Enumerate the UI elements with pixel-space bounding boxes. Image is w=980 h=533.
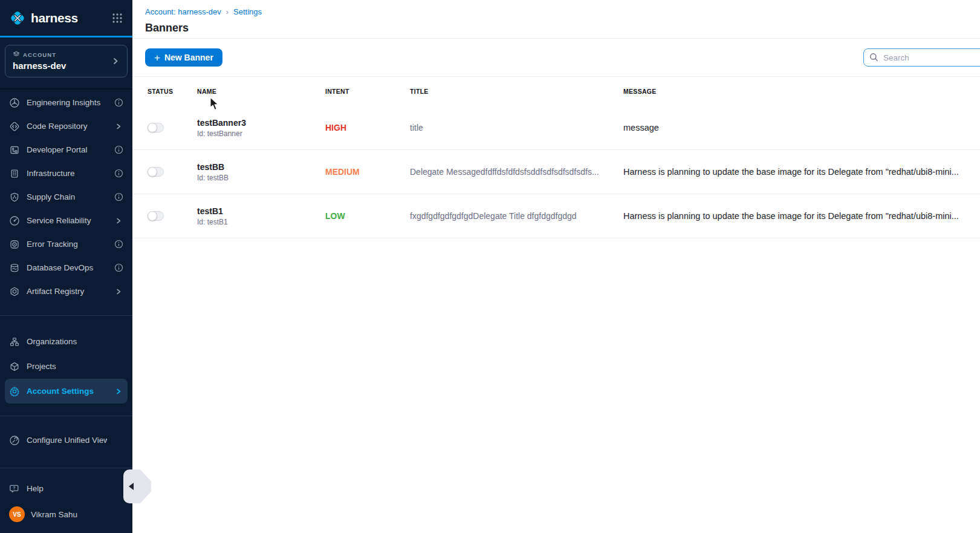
sidebar-item-label: Artifact Registry [27,287,107,296]
breadcrumb-account-link[interactable]: Account: harness-dev [145,7,221,16]
account-selector[interactable]: ACCOUNT harness-dev [5,45,128,77]
banner-intent: LOW [325,211,410,221]
sidebar-item-error-tracking[interactable]: Error Tracking [0,232,132,256]
banner-enabled-toggle[interactable] [148,123,164,132]
table-row[interactable]: testBB Id: testBB MEDIUM Delegate Messag… [132,150,980,194]
sidebar-item-infrastructure[interactable]: Infrastructure [0,162,132,185]
sidebar-item-label: Developer Portal [27,145,107,154]
banner-name: testBanner3 [197,118,325,128]
sidebar-item-label: Engineering Insights [27,98,107,107]
sidebar-item-service-reliability[interactable]: Service Reliability [0,209,132,232]
sidebar-item-label: Configure Unified View [27,436,107,445]
table-header: STATUS NAME INTENT TITLE MESSAGE [132,77,980,106]
brand-name: harness [31,11,111,25]
module-list: Engineering Insights Code Repository [0,90,132,303]
search-icon [869,53,878,62]
page-title: Banners [145,22,980,34]
sidebar-item-developer-portal[interactable]: Developer Portal [0,138,132,162]
banner-id: Id: testB1 [197,218,325,226]
user-profile[interactable]: VS Vikram Sahu [0,500,132,533]
info-icon[interactable] [114,192,123,202]
sidebar-item-engineering-insights[interactable]: Engineering Insights [0,91,132,114]
sidebar-item-supply-chain[interactable]: Supply Chain [0,185,132,209]
column-header-message: MESSAGE [623,88,968,95]
sidebar-item-account-settings[interactable]: Account Settings [5,379,128,404]
layers-icon [13,51,20,58]
user-name: Vikram Sahu [31,510,77,519]
toolbar: + New Banner [132,39,980,77]
new-banner-label: New Banner [164,53,213,62]
organizations-icon [9,336,20,347]
avatar: VS [9,506,25,522]
sidebar-divider [0,315,132,316]
banner-name: testB1 [197,206,325,216]
code-repository-icon [9,121,20,132]
column-header-intent: INTENT [325,88,410,95]
sidebar-item-organizations[interactable]: Organizations [0,329,132,354]
svg-text:?: ? [13,485,16,491]
info-icon[interactable] [114,98,123,108]
configure-view-icon [9,435,20,446]
brand-row: harness [0,0,132,38]
breadcrumb-settings-link[interactable]: Settings [233,7,262,16]
sidebar-item-artifact-registry[interactable]: Artifact Registry [0,280,132,303]
sidebar-item-database-devops[interactable]: Database DevOps [0,256,132,280]
sidebar: harness ACCOUNT [0,0,132,533]
developer-portal-icon [9,145,20,155]
sidebar-item-help[interactable]: ? Help [0,477,132,500]
chevron-right-icon [114,216,123,226]
info-icon[interactable] [114,240,123,249]
column-header-name: NAME [197,88,325,95]
banner-intent: HIGH [325,123,410,132]
banner-message: Harness is planning to update the base i… [623,211,968,221]
supply-chain-icon [9,192,20,203]
breadcrumb-separator-icon: › [226,7,229,16]
sidebar-item-label: Infrastructure [27,169,107,178]
sidebar-item-projects[interactable]: Projects [0,354,132,379]
plus-icon: + [154,53,160,63]
account-links: Organizations Projects [0,328,132,404]
engineering-insights-icon [9,97,20,108]
sidebar-divider [0,468,132,468]
banner-title: Delegate Messagedfdffdsfdfdsfsddfsdfsdfs… [410,167,623,177]
sidebar-item-code-repository[interactable]: Code Repository [0,114,132,138]
chevron-right-icon [114,287,123,296]
table-row[interactable]: testB1 Id: testB1 LOW fxgdfgdfgdfgdfgdDe… [132,194,980,238]
banner-intent: MEDIUM [325,167,410,177]
account-label: ACCOUNT [23,51,56,58]
new-banner-button[interactable]: + New Banner [145,48,222,67]
sidebar-item-label: Organizations [27,337,107,346]
table-row[interactable]: testBanner3 Id: testBanner HIGH title me… [132,106,980,150]
projects-icon [9,361,20,372]
sidebar-item-label: Account Settings [27,387,107,396]
chevron-right-icon [114,122,123,131]
banner-title: fxgdfgdfgdfgdfgdDelegate Title dfgfdgdfg… [410,211,623,221]
collapse-arrow-icon [129,483,134,490]
error-tracking-icon [9,239,20,250]
banner-name: testBB [197,162,325,172]
banner-id: Id: testBanner [197,129,325,138]
banner-enabled-toggle[interactable] [148,167,164,177]
sidebar-item-label: Error Tracking [27,240,107,249]
account-label-row: ACCOUNT [13,51,111,58]
page-header: Account: harness-dev › Settings Banners [132,0,980,39]
app-window: harness ACCOUNT [0,0,980,533]
banner-enabled-toggle[interactable] [148,211,164,221]
banner-message: message [623,123,968,132]
sidebar-item-label: Projects [27,362,107,371]
search-input[interactable] [863,48,980,67]
gear-icon [9,386,20,397]
info-icon[interactable] [114,145,123,155]
main-content: Account: harness-dev › Settings Banners … [132,0,980,533]
sidebar-item-label: Code Repository [27,122,107,131]
info-icon[interactable] [114,263,123,273]
banner-id: Id: testBB [197,174,325,182]
module-grid-icon[interactable] [111,11,124,25]
sidebar-item-configure-unified-view[interactable]: Configure Unified View [0,428,132,452]
column-header-status: STATUS [148,88,197,95]
sidebar-item-label: Service Reliability [27,216,107,225]
banner-message: Harness is planning to update the base i… [623,167,968,177]
info-icon[interactable] [114,169,123,178]
chevron-right-icon [111,57,120,65]
account-name: harness-dev [13,60,111,71]
